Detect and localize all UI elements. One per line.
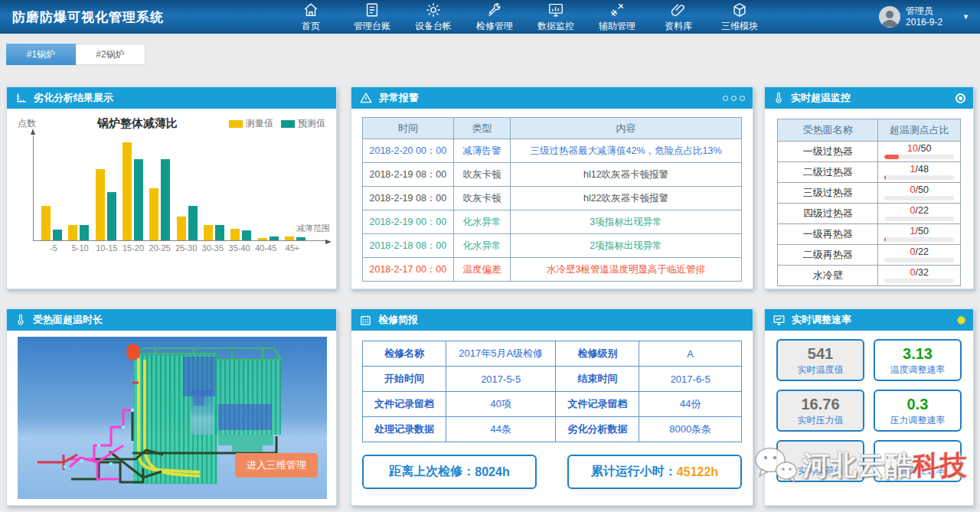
- x-tick-label: 5-10: [67, 243, 93, 253]
- chart-toprow: 点数 锅炉整体减薄比 测量值预测值: [7, 109, 336, 132]
- repair-summary-box[interactable]: 累计运行小时：45122h: [567, 455, 742, 489]
- status-indicator[interactable]: [957, 316, 965, 324]
- thermometer-icon: [773, 91, 785, 105]
- panel-title: 受热面超温时长: [33, 313, 103, 327]
- overheat-row[interactable]: 水冷壁0/32: [778, 266, 961, 286]
- alarm-table-header: 时间类型内容: [363, 118, 742, 139]
- overheat-row[interactable]: 三级过热器0/50: [778, 183, 961, 204]
- progress-track: [884, 279, 954, 283]
- nav-item-1[interactable]: 首页: [283, 2, 338, 33]
- panel-repair-header: 检修简报: [351, 309, 753, 331]
- repair-row: 检修名称2017年5月A级检修检修级别A: [363, 341, 742, 367]
- chart-bar-group: [230, 229, 251, 240]
- bar-预测值: [161, 159, 170, 240]
- overheat-row[interactable]: 一级再热器1/50: [778, 224, 961, 245]
- status-indicator[interactable]: [956, 93, 965, 103]
- nav-item-label: 首页: [302, 20, 320, 33]
- alarm-row[interactable]: 2018-2-19 08：00吹灰卡顿hl22吹灰器卡顿报警: [363, 187, 742, 210]
- enter-3d-button[interactable]: 进入三维管理: [235, 453, 318, 478]
- ledger-icon: [364, 2, 381, 18]
- nav-item-2[interactable]: 管理台账: [345, 2, 400, 33]
- chart-bar-group: [122, 142, 143, 240]
- chart-bar-group: [96, 169, 116, 240]
- repair-box-label: 距离上次检修：: [389, 464, 475, 480]
- nav-item-7[interactable]: 资料库: [651, 2, 706, 33]
- alarm-cell: 2018-2-19 08：00: [363, 163, 454, 187]
- repair-label: 开始时间: [363, 367, 446, 392]
- progress-track: [884, 237, 954, 242]
- repair-row: 处理记录数据44条劣化分析数据8000条条: [363, 417, 742, 442]
- panel-degradation-analysis: 劣化分析结果展示 点数 锅炉整体减薄比 测量值预测值 减薄范围 -55-1010…: [6, 86, 337, 289]
- bar-预测值: [53, 230, 62, 240]
- panel-alarm: 异常报警 时间类型内容 2018-2-20 00：00减薄告警三级过热器最大减薄…: [351, 86, 753, 289]
- progress-track: [884, 217, 954, 221]
- chart-y-axis-label: 点数: [18, 117, 64, 130]
- alarm-table: 时间类型内容 2018-2-20 00：00减薄告警三级过热器最大减薄值42%，…: [362, 117, 742, 282]
- alarm-row[interactable]: 2018-2-18 08：00化水异常2项指标出现异常: [363, 234, 742, 258]
- stat-label: 实时压力值: [798, 414, 844, 427]
- stat-card[interactable]: 541实时温度值: [776, 339, 864, 381]
- repair-value: 8000条条: [639, 417, 742, 442]
- repair-value: 40项: [446, 392, 556, 417]
- overheat-ratio: 1/48: [878, 162, 961, 183]
- avatar: [879, 6, 900, 28]
- user-menu[interactable]: 管理员 2016-9-2 ▼: [879, 5, 980, 28]
- alarm-row[interactable]: 2018-2-17 00：00温度偏差水冷壁3根管道温度明显高于临近管排: [363, 258, 742, 282]
- tab-boiler-2[interactable]: #2锅炉: [76, 44, 145, 65]
- repair-box-value: 45122h: [677, 465, 718, 479]
- alarm-row[interactable]: 2018-2-19 08：00吹灰卡顿hl12吹灰器卡顿报警: [363, 163, 742, 187]
- stat-card[interactable]: 负荷调整速率: [874, 440, 962, 482]
- overheat-row[interactable]: 二级再热器0/22: [778, 245, 961, 266]
- stat-card[interactable]: 3.13温度调整速率: [874, 339, 962, 381]
- nav-item-6[interactable]: 辅助管理: [590, 2, 645, 33]
- surface-name: 水冷壁: [778, 266, 878, 286]
- repair-value: 2017-6-5: [639, 367, 742, 392]
- panel-overheat-monitor: 实时超温监控 受热面名称超温测点占比 一级过热器10/50二级过热器1/48三级…: [764, 86, 974, 289]
- x-tick-label: 35-40: [227, 243, 253, 253]
- alarm-cell: 2018-2-18 08：00: [363, 234, 454, 258]
- alarm-cell: 2018-2-19 00：00: [363, 210, 454, 234]
- overheat-row[interactable]: 一级过热器10/50: [778, 142, 961, 162]
- repair-summary-box[interactable]: 距离上次检修：8024h: [362, 455, 537, 489]
- surface-name: 一级过热器: [778, 142, 878, 162]
- alarm-cell: 吹灰卡顿: [453, 187, 510, 210]
- legend-label: 预测值: [298, 117, 325, 130]
- nav-item-4[interactable]: 检修管理: [467, 2, 522, 33]
- user-meta: 管理员 2016-9-2: [906, 5, 942, 28]
- surface-name: 二级过热器: [778, 162, 878, 183]
- repair-label: 文件记录留档: [363, 392, 446, 417]
- alarm-row[interactable]: 2018-2-19 00：00化水异常3项指标出现异常: [363, 210, 742, 234]
- nav-item-5[interactable]: 数据监控: [528, 2, 583, 33]
- ratio-value: 0/22: [884, 247, 954, 257]
- chart-bar-group: [258, 236, 279, 240]
- repair-row: 文件记录留档40项文件记录留档44份: [363, 392, 742, 417]
- stat-card[interactable]: 16.76实时压力值: [776, 390, 864, 432]
- boiler-3d-view[interactable]: 进入三维管理: [18, 337, 325, 502]
- repair-value: 2017-5-5: [446, 367, 556, 392]
- repair-label: 处理记录数据: [363, 417, 446, 442]
- ratio-value: 1/48: [884, 165, 954, 174]
- bar-测量值: [122, 142, 132, 240]
- home-icon: [302, 2, 319, 18]
- panel-more-dots[interactable]: [723, 96, 745, 101]
- nav-item-8[interactable]: 三维模块: [712, 2, 767, 33]
- overheat-row[interactable]: 二级过热器1/48: [778, 162, 961, 183]
- nav-item-label: 资料库: [665, 20, 692, 33]
- nav-item-3[interactable]: 设备台帐: [406, 2, 461, 33]
- chevron-down-icon[interactable]: ▼: [962, 13, 969, 21]
- overheat-ratio: 10/50: [878, 142, 961, 162]
- overheat-ratio: 0/22: [878, 204, 961, 224]
- ruler-icon: [15, 92, 28, 105]
- dashboard: 防磨防爆可视化管理系统 首页管理台账设备台帐检修管理数据监控辅助管理资料库三维模…: [0, 0, 980, 512]
- tab-boiler-1[interactable]: #1锅炉: [6, 44, 76, 65]
- repair-table: 检修名称2017年5月A级检修检修级别A开始时间2017-5-5结束时间2017…: [362, 341, 742, 442]
- bar-预测值: [188, 206, 198, 240]
- chart-title: 锅炉整体减薄比: [97, 116, 178, 131]
- stat-card[interactable]: 0.3压力调整速率: [874, 390, 962, 432]
- overheat-row[interactable]: 四级过热器0/22: [778, 204, 961, 224]
- alarm-cell: 化水异常: [453, 234, 510, 258]
- stat-card[interactable]: 实时负荷值: [776, 440, 864, 482]
- surface-name: 二级再热器: [778, 245, 878, 266]
- x-tick-label: 20-25: [147, 243, 173, 253]
- alarm-row[interactable]: 2018-2-20 00：00减薄告警三级过热器最大减薄值42%，危险点占比13…: [363, 139, 742, 163]
